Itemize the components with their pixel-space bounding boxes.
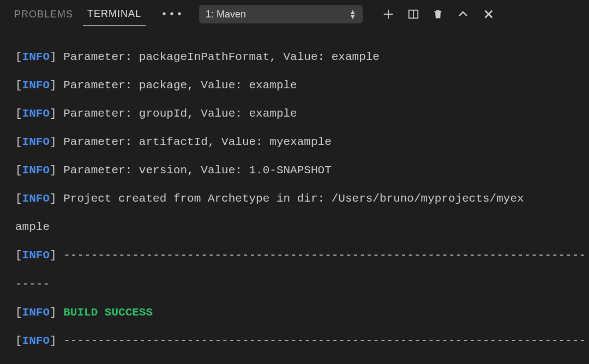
- log-line: [INFO] Project created from Archetype in…: [15, 192, 574, 206]
- terminal-selector-label: 1: Maven: [206, 9, 246, 20]
- trash-icon[interactable]: [432, 8, 443, 20]
- terminal-selector[interactable]: 1: Maven ▲▼: [199, 5, 363, 23]
- select-chevrons-icon: ▲▼: [349, 9, 356, 19]
- close-icon[interactable]: [483, 8, 495, 20]
- log-line: -----: [15, 277, 574, 292]
- tab-problems[interactable]: PROBLEMS: [10, 3, 77, 26]
- log-line: [INFO] Parameter: package, Value: exampl…: [15, 78, 574, 93]
- terminal-output[interactable]: [INFO] Parameter: packageInPathFormat, V…: [0, 28, 589, 364]
- log-line: [INFO] Parameter: packageInPathFormat, V…: [15, 50, 574, 64]
- more-icon[interactable]: •••: [151, 8, 194, 21]
- log-line: [INFO] Parameter: artifactId, Value: mye…: [15, 135, 574, 149]
- log-line: [INFO] Parameter: groupId, Value: exampl…: [15, 107, 574, 121]
- log-line: ample: [15, 220, 574, 234]
- split-terminal-icon[interactable]: [407, 8, 419, 20]
- new-terminal-icon[interactable]: [382, 8, 394, 20]
- log-line: [INFO] Parameter: version, Value: 1.0-SN…: [15, 163, 574, 178]
- tab-terminal[interactable]: TERMINAL: [83, 3, 146, 26]
- log-line: [INFO] ---------------------------------…: [15, 248, 574, 263]
- chevron-up-icon[interactable]: [456, 8, 470, 21]
- log-line: [INFO] ---------------------------------…: [15, 334, 574, 348]
- log-line: [INFO] BUILD SUCCESS: [15, 306, 574, 320]
